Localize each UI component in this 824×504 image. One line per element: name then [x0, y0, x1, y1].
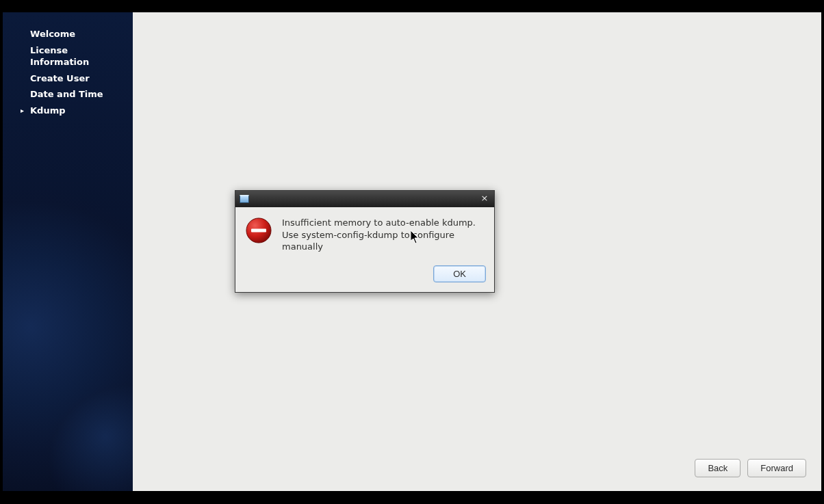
- sidebar-item-date-time[interactable]: Date and Time: [3, 86, 133, 103]
- dialog-message-line1: Insufficient memory to auto-enable kdump…: [282, 217, 485, 229]
- sidebar-item-license[interactable]: License Information: [3, 42, 133, 70]
- app-frame: Welcome License Information Create User …: [3, 12, 821, 491]
- back-button[interactable]: Back: [695, 459, 741, 477]
- sidebar-item-label: Welcome: [30, 29, 75, 39]
- sidebar-item-label: Date and Time: [30, 89, 103, 99]
- dialog-actions: OK: [235, 258, 494, 292]
- svg-rect-1: [251, 229, 266, 233]
- dialog-titlebar[interactable]: ×: [235, 191, 494, 207]
- error-icon: [245, 217, 272, 244]
- window-icon: [240, 195, 249, 203]
- dialog-body: Insufficient memory to auto-enable kdump…: [235, 207, 494, 258]
- active-step-arrow-icon: ▸: [21, 106, 24, 116]
- dialog-message-line2: Use system-config-kdump to configure man…: [282, 229, 485, 253]
- sidebar-item-create-user[interactable]: Create User: [3, 70, 133, 87]
- close-icon[interactable]: ×: [479, 194, 490, 204]
- sidebar-item-welcome[interactable]: Welcome: [3, 26, 133, 42]
- sidebar-item-label: Kdump: [30, 105, 66, 116]
- sidebar-item-label: Create User: [30, 73, 90, 83]
- sidebar-item-kdump[interactable]: ▸ Kdump: [3, 103, 133, 119]
- dialog-message: Insufficient memory to auto-enable kdump…: [282, 217, 485, 253]
- wizard-footer: Back Forward: [695, 459, 806, 477]
- setup-steps-sidebar: Welcome License Information Create User …: [3, 12, 133, 491]
- forward-button[interactable]: Forward: [747, 459, 806, 477]
- ok-button[interactable]: OK: [433, 265, 486, 282]
- error-dialog: × Insufficient memory to aut: [235, 190, 495, 293]
- sidebar-item-label: License Information: [30, 45, 89, 68]
